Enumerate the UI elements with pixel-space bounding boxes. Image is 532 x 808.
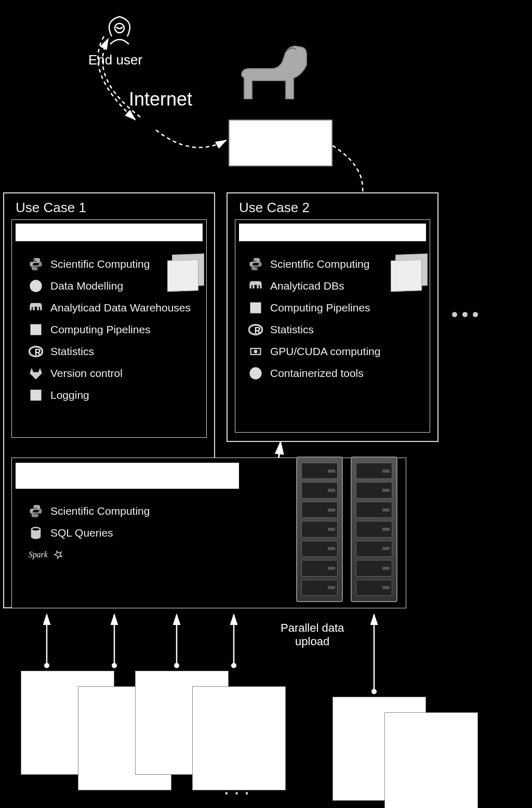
svg-text:Spark: Spark bbox=[29, 550, 48, 559]
circle-icon bbox=[248, 366, 263, 381]
end-user-label: End user bbox=[88, 52, 142, 68]
usecase-1-headerbar bbox=[16, 224, 203, 241]
gitlab-icon bbox=[29, 366, 43, 381]
elephant-icon bbox=[29, 301, 43, 315]
item-label: Logging bbox=[50, 389, 89, 401]
source-box bbox=[384, 712, 478, 808]
server-rack-1 bbox=[296, 457, 343, 602]
svg-point-21 bbox=[254, 350, 258, 354]
item-label: Analyticad DBs bbox=[270, 280, 344, 292]
svg-point-10 bbox=[231, 663, 236, 668]
r-icon: R bbox=[248, 322, 263, 337]
list-item: Analyticad Data Warehouses bbox=[29, 298, 191, 317]
list-item: Spark bbox=[29, 545, 150, 564]
item-label: Computing Pipelines bbox=[50, 323, 151, 336]
svg-point-12 bbox=[30, 280, 42, 292]
more-usecases-ellipsis bbox=[452, 312, 478, 317]
shared-compute-items: Scientific Computing SQL Queries Spark bbox=[29, 502, 150, 564]
svg-rect-13 bbox=[31, 324, 42, 335]
list-item: R Statistics bbox=[248, 320, 380, 339]
svg-point-22 bbox=[249, 367, 261, 379]
item-label: Analyticad Data Warehouses bbox=[50, 302, 191, 314]
svg-point-7 bbox=[44, 663, 49, 668]
usecase-1-items: Scientific Computing Data Modelling Anal… bbox=[29, 255, 191, 405]
svg-point-8 bbox=[112, 663, 117, 668]
svg-text:R: R bbox=[35, 347, 41, 357]
list-item: Computing Pipelines bbox=[248, 298, 380, 317]
r-icon: R bbox=[29, 344, 43, 359]
internet-label: Internet bbox=[129, 88, 192, 110]
shared-compute-headerbar bbox=[16, 463, 239, 489]
list-item: Scientific Computing bbox=[29, 255, 191, 273]
list-item: Containerized tools bbox=[248, 364, 380, 383]
item-label: SQL Queries bbox=[50, 527, 113, 539]
list-item: Data Modelling bbox=[29, 277, 191, 295]
gateway-box bbox=[229, 120, 332, 166]
svg-rect-16 bbox=[31, 390, 42, 401]
list-item: GPU/CUDA computing bbox=[248, 342, 380, 361]
usecase-2-items: Scientific Computing Analyticad DBs Comp… bbox=[248, 255, 380, 383]
source-ellipsis: ... bbox=[223, 775, 254, 800]
list-item: Analyticad DBs bbox=[248, 277, 380, 295]
item-label: Scientific Computing bbox=[270, 258, 369, 270]
item-label: Containerized tools bbox=[270, 367, 364, 380]
svg-point-9 bbox=[174, 663, 179, 668]
elephant-icon bbox=[248, 279, 263, 293]
item-label: Version control bbox=[50, 367, 123, 380]
item-label: GPU/CUDA computing bbox=[270, 345, 380, 358]
circle-icon bbox=[29, 279, 43, 293]
list-item: Scientific Computing bbox=[29, 502, 150, 520]
parallel-upload-label: Parallel data upload bbox=[281, 621, 344, 648]
svg-point-0 bbox=[115, 23, 124, 33]
usecase-2-title: Use Case 2 bbox=[239, 200, 310, 216]
square-icon bbox=[248, 301, 263, 315]
square-icon bbox=[29, 388, 43, 402]
item-label: Data Modelling bbox=[50, 280, 123, 292]
usecase-2-headerbar bbox=[239, 224, 426, 241]
list-item: Logging bbox=[29, 386, 191, 405]
list-item: R Statistics bbox=[29, 342, 191, 361]
list-item: Version control bbox=[29, 364, 191, 383]
item-label: Scientific Computing bbox=[50, 258, 150, 270]
server-rack-2 bbox=[351, 457, 397, 602]
list-item: Computing Pipelines bbox=[29, 320, 191, 339]
svg-text:R: R bbox=[255, 325, 261, 335]
list-item: Scientific Computing bbox=[248, 255, 380, 273]
list-item: SQL Queries bbox=[29, 524, 150, 542]
spark-icon: Spark bbox=[29, 548, 65, 562]
item-label: Statistics bbox=[270, 323, 314, 336]
compute-cube-2 bbox=[391, 259, 422, 292]
python-icon bbox=[29, 504, 43, 518]
svg-point-11 bbox=[371, 689, 377, 694]
usecase-1-title: Use Case 1 bbox=[16, 200, 86, 216]
item-label: Computing Pipelines bbox=[270, 302, 370, 314]
python-icon bbox=[248, 257, 263, 271]
svg-rect-17 bbox=[250, 303, 261, 314]
sql-icon bbox=[29, 526, 43, 540]
python-icon bbox=[29, 257, 43, 271]
square-icon bbox=[29, 322, 43, 337]
gpu-icon bbox=[248, 344, 263, 359]
item-label: Scientific Computing bbox=[50, 505, 150, 517]
item-label: Statistics bbox=[50, 345, 94, 358]
